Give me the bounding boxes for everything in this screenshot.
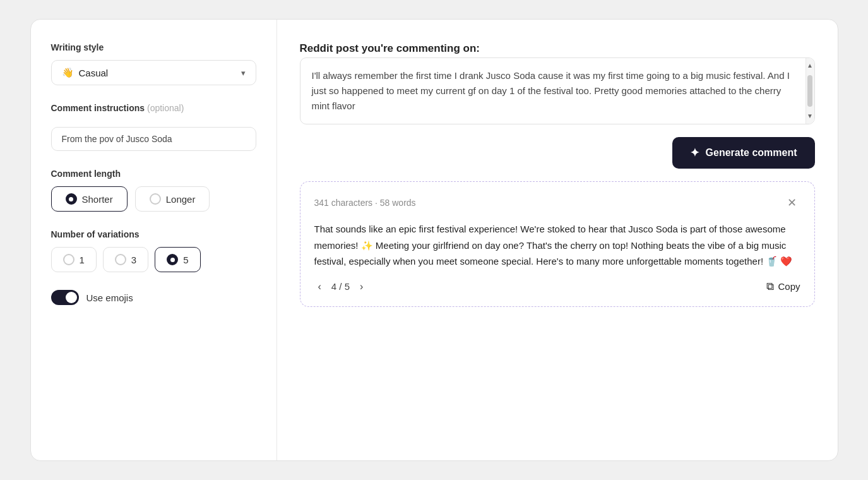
- variations-label: Number of variations: [51, 229, 256, 239]
- generated-header: 341 characters · 58 words ✕: [314, 195, 800, 211]
- radio-dot-5: [167, 254, 178, 265]
- scroll-thumb: [807, 75, 812, 107]
- emoji-toggle-section: Use emojis: [51, 290, 256, 305]
- style-dropdown-left: 👋 Casual: [62, 67, 109, 78]
- post-label: Reddit post you're commenting on:: [300, 42, 815, 55]
- shorter-label: Shorter: [82, 194, 113, 205]
- emoji-toggle-label: Use emojis: [86, 292, 133, 303]
- emoji-toggle[interactable]: [51, 290, 79, 305]
- radio-dot-3: [115, 254, 126, 265]
- comment-length-label: Comment length: [51, 169, 256, 179]
- length-option-longer[interactable]: Longer: [135, 186, 210, 212]
- longer-label: Longer: [166, 194, 196, 205]
- generated-text: That sounds like an epic first festival …: [314, 221, 800, 270]
- generate-btn-label: Generate comment: [706, 147, 797, 159]
- comment-length-section: Comment length Shorter Longer: [51, 169, 256, 212]
- writing-style-dropdown[interactable]: 👋 Casual ▾: [51, 60, 256, 85]
- radio-dot-1: [63, 254, 74, 265]
- optional-label: (optional): [147, 103, 184, 113]
- char-count: 341 characters · 58 words: [314, 198, 416, 208]
- style-value: Casual: [79, 68, 109, 78]
- copy-button[interactable]: ⧉ Copy: [766, 280, 800, 293]
- variation-label-3: 3: [131, 255, 136, 265]
- prev-page-button[interactable]: ‹: [314, 280, 325, 294]
- app-container: Writing style 👋 Casual ▾ Comment instruc…: [30, 19, 838, 461]
- variation-option-5[interactable]: 5: [155, 247, 200, 272]
- variation-option-1[interactable]: 1: [51, 247, 97, 272]
- sparkle-icon: ✦: [690, 146, 699, 160]
- radio-dot-longer: [150, 193, 161, 205]
- length-radio-group: Shorter Longer: [51, 186, 256, 212]
- post-scrollbar[interactable]: ▲ ▼: [806, 58, 814, 124]
- copy-icon: ⧉: [766, 280, 774, 293]
- comment-instructions-section: Comment instructions (optional): [51, 103, 256, 151]
- variations-section: Number of variations 1 3 5: [51, 229, 256, 272]
- style-emoji: 👋: [62, 67, 74, 78]
- variation-label-1: 1: [80, 255, 85, 265]
- scroll-down-arrow[interactable]: ▼: [807, 111, 813, 121]
- generate-comment-button[interactable]: ✦ Generate comment: [672, 137, 815, 169]
- writing-style-label: Writing style: [51, 42, 256, 52]
- radio-dot-shorter: [66, 193, 77, 205]
- next-page-button[interactable]: ›: [356, 280, 367, 294]
- reddit-post-section: Reddit post you're commenting on: I'll a…: [300, 42, 815, 124]
- copy-label: Copy: [778, 281, 800, 292]
- close-button[interactable]: ✕: [783, 195, 800, 211]
- left-panel: Writing style 👋 Casual ▾ Comment instruc…: [31, 20, 277, 460]
- post-content-box: I'll always remember the first time I dr…: [300, 57, 815, 124]
- length-option-shorter[interactable]: Shorter: [51, 186, 128, 212]
- scroll-up-arrow[interactable]: ▲: [807, 61, 813, 71]
- generate-btn-container: ✦ Generate comment: [300, 137, 815, 169]
- toggle-knob: [66, 292, 77, 303]
- right-panel: Reddit post you're commenting on: I'll a…: [277, 20, 838, 460]
- comment-instructions-input[interactable]: [51, 127, 256, 151]
- variation-option-3[interactable]: 3: [103, 247, 148, 272]
- chevron-down-icon: ▾: [241, 68, 246, 78]
- comment-instructions-label: Comment instructions (optional): [51, 103, 256, 113]
- variation-label-5: 5: [183, 255, 188, 265]
- post-text: I'll always remember the first time I dr…: [312, 70, 790, 111]
- pagination: ‹ 4 / 5 ›: [314, 280, 367, 294]
- page-current: 4 / 5: [331, 281, 350, 292]
- variation-radio-group: 1 3 5: [51, 247, 256, 272]
- generated-comment-box: 341 characters · 58 words ✕ That sounds …: [300, 181, 815, 307]
- generated-footer: ‹ 4 / 5 › ⧉ Copy: [314, 280, 800, 294]
